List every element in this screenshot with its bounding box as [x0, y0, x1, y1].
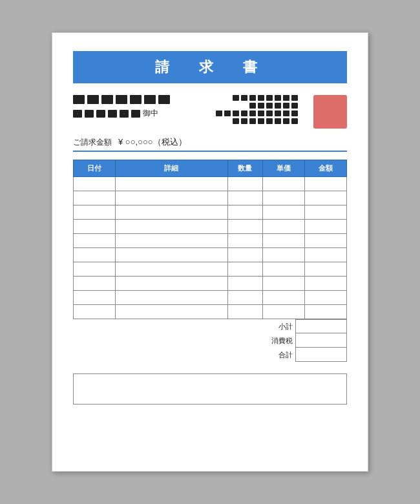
col-header-detail: 詳細	[116, 160, 228, 177]
client-subname-line: 御中	[73, 108, 170, 119]
invoice-page: 請 求 書 御中	[52, 32, 368, 472]
client-info: 御中	[73, 95, 170, 119]
table-row	[74, 291, 347, 305]
col-header-date: 日付	[74, 160, 116, 177]
sender-info	[216, 95, 347, 129]
tax-value-box	[295, 333, 347, 348]
total-row: 合計	[73, 348, 347, 362]
sub-redact-5	[120, 110, 129, 118]
amount-value: ¥ ○○,○○○（税込）	[118, 136, 187, 148]
total-label: 合計	[263, 350, 295, 360]
redact-4	[116, 95, 127, 104]
table-row	[74, 248, 347, 262]
sender-row-1	[216, 95, 298, 101]
sub-redact-2	[85, 110, 94, 118]
table-row	[74, 234, 347, 248]
table-row	[74, 277, 347, 291]
subtotal-value-box	[295, 319, 347, 333]
notes-box[interactable]	[73, 373, 347, 404]
sender-row-4	[216, 118, 298, 124]
sender-row-3	[216, 110, 298, 116]
redact-6	[144, 95, 156, 104]
redact-5	[130, 95, 142, 104]
table-row	[74, 205, 347, 220]
honorific-text: 御中	[143, 108, 158, 119]
invoice-title: 請 求 書	[155, 59, 265, 75]
table-row	[74, 191, 347, 205]
amount-label: ご請求金額	[73, 137, 112, 148]
client-name-block	[73, 95, 170, 104]
sub-redact-4	[108, 110, 117, 118]
summary-section: 小計 消費税 合計	[73, 319, 347, 362]
redact-3	[101, 95, 113, 104]
table-row	[74, 177, 347, 191]
stamp-box	[313, 95, 347, 129]
sub-redact-3	[96, 110, 105, 118]
sub-redact-1	[73, 110, 82, 118]
col-header-price: 単価	[262, 160, 304, 177]
table-row	[74, 305, 347, 319]
col-header-amount: 金額	[304, 160, 346, 177]
invoice-table: 日付 詳細 数量 単価 金額	[73, 160, 347, 319]
redact-1	[73, 95, 85, 104]
title-bar: 請 求 書	[73, 51, 347, 83]
redact-7	[158, 95, 170, 104]
table-row	[74, 220, 347, 234]
subtotal-label: 小計	[263, 322, 295, 331]
redact-2	[87, 95, 99, 104]
sub-redact-6	[131, 110, 140, 118]
tax-row: 消費税	[73, 333, 347, 348]
amount-line: ご請求金額 ¥ ○○,○○○（税込）	[73, 136, 347, 152]
sender-details	[216, 95, 298, 124]
total-value-box	[295, 348, 347, 362]
header-section: 御中	[73, 95, 347, 129]
sender-row-2	[216, 103, 298, 109]
subtotal-row: 小計	[73, 319, 347, 333]
col-header-qty: 数量	[227, 160, 262, 177]
table-row	[74, 262, 347, 277]
tax-label: 消費税	[263, 336, 295, 346]
